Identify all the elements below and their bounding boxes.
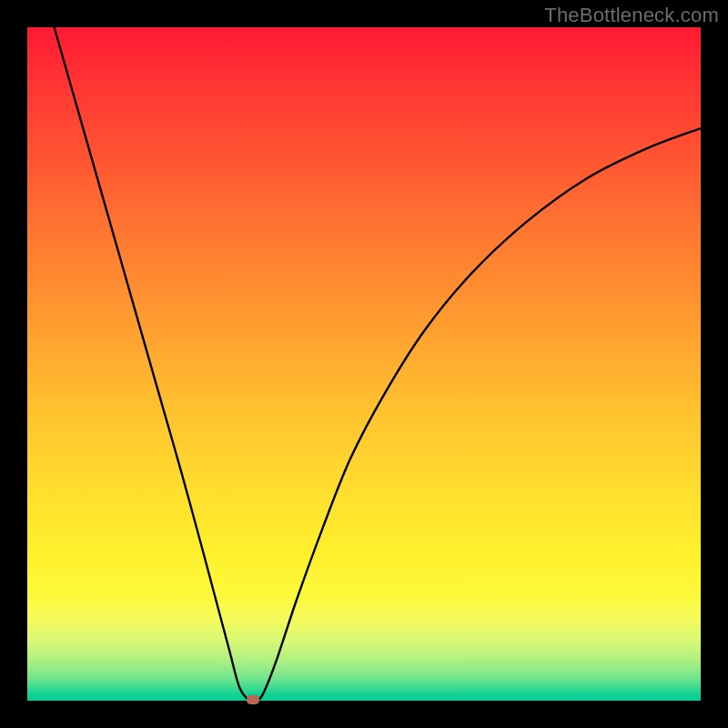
bottleneck-curve (27, 27, 701, 701)
minimum-marker (247, 695, 259, 704)
chart-frame: TheBottleneck.com (0, 0, 728, 728)
watermark-text: TheBottleneck.com (544, 4, 719, 27)
plot-area (27, 27, 701, 701)
